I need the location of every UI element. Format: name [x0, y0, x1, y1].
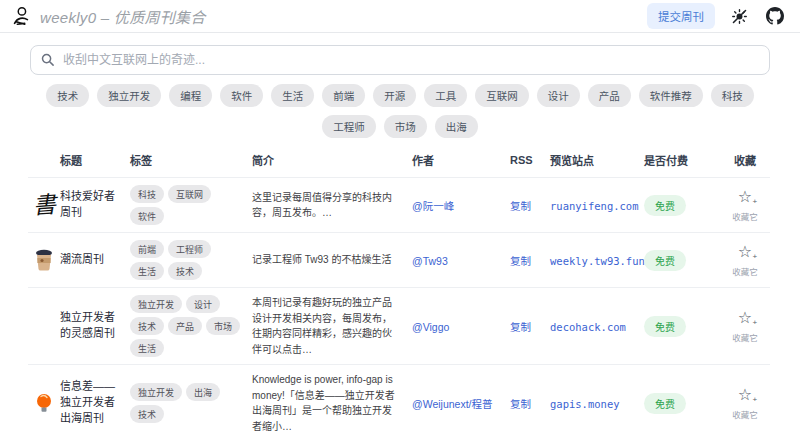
col-rss: RSS [510, 154, 550, 166]
paid-badge: 免费 [644, 195, 686, 216]
app-title: weekly0 – 优质周刊集合 [40, 6, 206, 27]
col-tags: 标签 [130, 152, 252, 168]
weekly-tags: 前端 工程师 生活 技术 [130, 240, 252, 280]
site-link[interactable]: ruanyifeng.com [550, 200, 639, 212]
search-icon [40, 52, 55, 67]
favorite-star-icon[interactable]: ☆+ [738, 387, 752, 403]
filter-tag[interactable]: 生活 [271, 84, 314, 107]
theme-toggle-icon[interactable] [729, 6, 750, 27]
filter-tag[interactable]: 互联网 [475, 84, 529, 107]
tag-pill[interactable]: 互联网 [168, 185, 211, 203]
author-link[interactable]: @阮一峰 [412, 200, 454, 212]
favorite-star-icon[interactable]: ☆+ [738, 244, 752, 260]
rss-copy-link[interactable]: 复制 [510, 200, 531, 212]
paid-badge: 免费 [644, 316, 686, 337]
weekly-row: 信息差——独立开发者出海周刊 独立开发 出海 技术 Knowledge is p… [28, 365, 770, 432]
favorite-cell[interactable]: ☆+ 收藏它 [722, 309, 768, 343]
tag-pill[interactable]: 出海 [186, 383, 220, 401]
filter-tag[interactable]: 软件 [220, 84, 263, 107]
favorite-star-icon[interactable]: ☆+ [738, 189, 752, 205]
weekly-row: 潮流周刊 前端 工程师 生活 技术 记录工程师 Tw93 的不枯燥生活 @Tw9… [28, 233, 770, 288]
filter-tags: 技术 独立开发 编程 软件 生活 前端 开源 工具 互联网 设计 产品 软件推荐… [30, 84, 770, 138]
col-title: 标题 [60, 152, 130, 168]
favorite-label: 收藏它 [722, 331, 768, 343]
weekly-row: 独立开发者的灵感周刊 独立开发 设计 技术 产品 市场 生活 本周刊记录有趣好玩… [28, 288, 770, 365]
filter-tag[interactable]: 技术 [46, 84, 89, 107]
filter-tag[interactable]: 设计 [537, 84, 580, 107]
weekly-intro: 这里记录每周值得分享的科技内容，周五发布。… [252, 190, 412, 221]
filter-tag[interactable]: 开源 [373, 84, 416, 107]
filter-tag[interactable]: 编程 [169, 84, 212, 107]
rss-copy-link[interactable]: 复制 [510, 321, 531, 333]
calligraphy-shu-icon: 書 [28, 194, 60, 217]
tag-pill[interactable]: 科技 [130, 185, 164, 203]
tag-pill[interactable]: 技术 [168, 262, 202, 280]
weekly-intro: 记录工程师 Tw93 的不枯燥生活 [252, 252, 412, 268]
paid-badge: 免费 [644, 250, 686, 271]
coffee-cup-icon [28, 249, 60, 271]
weekly-table: 标题 标签 简介 作者 RSS 预览站点 是否付费 收藏 書 科技爱好者周刊 科… [28, 142, 770, 432]
site-link[interactable]: decohack.com [550, 321, 626, 333]
weekly-tags: 科技 互联网 软件 [130, 185, 252, 225]
col-intro: 简介 [252, 152, 412, 168]
tag-pill[interactable]: 前端 [130, 240, 164, 258]
filter-tag[interactable]: 前端 [322, 84, 365, 107]
col-paid: 是否付费 [644, 152, 722, 168]
weekly-title: 信息差——独立开发者出海周刊 [60, 379, 130, 427]
favorite-star-icon[interactable]: ☆+ [738, 310, 752, 326]
tag-pill[interactable]: 生活 [130, 339, 164, 357]
weekly-intro: Knowledge is power, info-gap is money!「信… [252, 372, 412, 432]
author-link[interactable]: @Tw93 [412, 255, 448, 267]
tag-pill[interactable]: 独立开发 [130, 383, 182, 401]
top-bar: weekly0 – 优质周刊集合 提交周刊 [0, 0, 800, 33]
favorite-cell[interactable]: ☆+ 收藏它 [722, 188, 768, 222]
weekly-title: 潮流周刊 [60, 252, 130, 268]
weekly-row: 書 科技爱好者周刊 科技 互联网 软件 这里记录每周值得分享的科技内容，周五发布… [28, 178, 770, 233]
tag-pill[interactable]: 软件 [130, 207, 164, 225]
favorite-label: 收藏它 [722, 210, 768, 222]
author-link[interactable]: @Viggo [412, 321, 449, 333]
col-fav: 收藏 [722, 152, 768, 168]
logo-icon [10, 5, 32, 27]
tag-pill[interactable]: 设计 [186, 295, 220, 313]
rss-copy-link[interactable]: 复制 [510, 255, 531, 267]
favorite-cell[interactable]: ☆+ 收藏它 [722, 243, 768, 277]
tag-pill[interactable]: 市场 [206, 317, 240, 335]
tag-pill[interactable]: 生活 [130, 262, 164, 280]
rss-copy-link[interactable]: 复制 [510, 398, 531, 410]
filter-tag[interactable]: 软件推荐 [639, 84, 703, 107]
filter-tag[interactable]: 市场 [384, 115, 427, 138]
github-icon[interactable] [764, 5, 786, 27]
search-bar [30, 45, 770, 75]
filter-tag[interactable]: 产品 [588, 84, 631, 107]
submit-weekly-button[interactable]: 提交周刊 [647, 3, 715, 29]
weekly-title: 独立开发者的灵感周刊 [60, 310, 130, 342]
col-site: 预览站点 [550, 152, 644, 168]
filter-tag[interactable]: 独立开发 [97, 84, 161, 107]
filter-tag[interactable]: 工具 [424, 84, 467, 107]
weekly-intro: 本周刊记录有趣好玩的独立产品设计开发相关内容，每周发布，往期内容同样精彩，感兴趣… [252, 295, 412, 357]
table-header: 标题 标签 简介 作者 RSS 预览站点 是否付费 收藏 [28, 142, 770, 178]
col-author: 作者 [412, 152, 510, 168]
tag-pill[interactable]: 技术 [130, 317, 164, 335]
weekly-tags: 独立开发 出海 技术 [130, 383, 252, 423]
site-link[interactable]: gapis.money [550, 398, 620, 410]
author-link[interactable]: @Weijunext/程普 [412, 398, 493, 410]
search-input[interactable] [30, 45, 770, 75]
site-link[interactable]: weekly.tw93.fun [550, 255, 645, 267]
favorite-cell[interactable]: ☆+ 收藏它 [722, 386, 768, 420]
filter-tag[interactable]: 出海 [435, 115, 478, 138]
tag-pill[interactable]: 独立开发 [130, 295, 182, 313]
paid-badge: 免费 [644, 393, 686, 414]
tag-pill[interactable]: 工程师 [168, 240, 211, 258]
weekly-tags: 独立开发 设计 技术 产品 市场 生活 [130, 295, 252, 357]
tag-pill[interactable]: 技术 [130, 405, 164, 423]
weekly-title: 科技爱好者周刊 [60, 189, 130, 221]
light-bulb-icon [28, 393, 60, 414]
favorite-label: 收藏它 [722, 265, 768, 277]
tag-pill[interactable]: 产品 [168, 317, 202, 335]
filter-tag[interactable]: 工程师 [322, 115, 376, 138]
filter-tag[interactable]: 科技 [711, 84, 754, 107]
favorite-label: 收藏它 [722, 408, 768, 420]
